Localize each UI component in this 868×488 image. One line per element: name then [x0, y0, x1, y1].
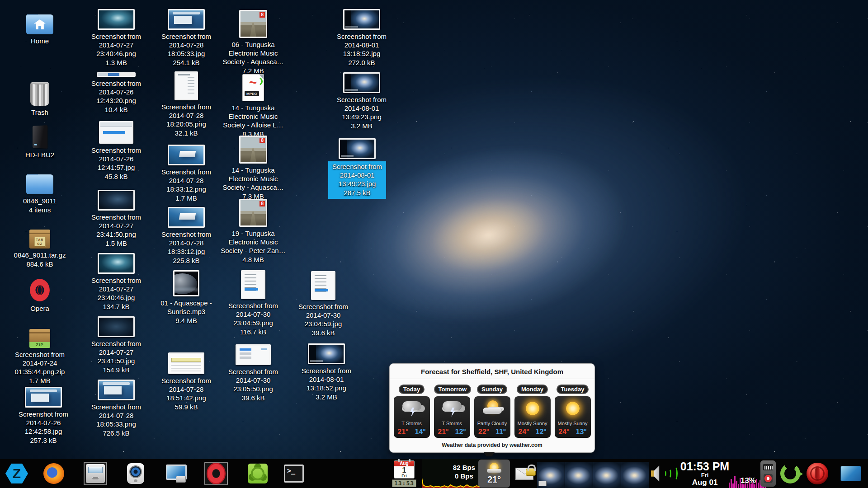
high-temp: 22° [478, 428, 489, 436]
icon-label: 14 - Tunguska Electronic Music Society -… [223, 103, 283, 129]
icon-size: 39.6 kB [298, 328, 348, 337]
icon-text: Screenshot from 2014-07-30 23:04:59.jpg3… [298, 302, 348, 337]
day-card: Partly Cloudy22°11° [474, 396, 510, 438]
desktop-icon-ss-2014-08-01-131852-jpg[interactable]: Screenshot from 2014-08-01 13:18:52.jpg2… [326, 9, 398, 67]
icon-text: Screenshot from 2014-07-28 18:33:12.jpg2… [161, 230, 211, 265]
desktop-icon-folder-0846-9011[interactable]: 0846_90114 items [4, 170, 76, 214]
desktop-icon-ss-2014-07-26-124258-jpg[interactable]: Screenshot from 2014-07-26 12:42:58.jpg2… [7, 387, 80, 445]
high-temp: 21° [438, 428, 448, 436]
shutdown-button[interactable] [805, 459, 830, 488]
desktop-icon-ss-2014-07-30-230550-png[interactable]: Screenshot from 2014-07-30 23:05:50.png3… [217, 344, 289, 402]
system-tray [760, 460, 776, 487]
terminal-launcher[interactable]: >_ [282, 462, 306, 485]
calendar-applet[interactable]: Aug 1 Fri 13:53 [392, 459, 417, 488]
file-type-badge: TAR GZ [34, 237, 46, 247]
clock-applet[interactable]: 01:53 PM Fri Aug 01 [677, 459, 732, 488]
desktop-icon-aquascape-sunrise-mp3[interactable]: 01 - Aquascape - Sunrise.mp39.4 MB [150, 270, 222, 325]
desktop-icon-ss-2014-07-26-124320-png[interactable]: Screenshot from 2014-07-26 12:43:20.png1… [80, 72, 152, 114]
high-temp: 24° [558, 428, 569, 436]
day-label: Tomorrow [434, 385, 472, 394]
desktop-icon-ss-2014-07-27-234046-png[interactable]: Screenshot from 2014-07-27 23:40:46.png1… [80, 9, 152, 67]
icon-label: Screenshot from 2014-07-28 18:05:33.png [91, 403, 141, 428]
desktop-icon-ss-2014-07-28-182005-png[interactable]: Screenshot from 2014-07-28 18:20:05.png3… [150, 71, 222, 137]
show-desktop-button[interactable] [839, 459, 863, 488]
desktop-icon-ss-2014-07-27-234150-png[interactable]: Screenshot from 2014-07-27 23:41:50.png1… [80, 190, 152, 248]
workspace-4[interactable] [621, 462, 649, 488]
forecast-days: TodayT-Storms21°14°TomorrowT-Storms21°12… [390, 379, 594, 440]
desktop-icon-trash[interactable]: Trash [4, 82, 76, 117]
file-manager-launcher[interactable] [84, 462, 107, 485]
weather-forecast-popup: Forecast for Sheffield, SHF, United King… [389, 363, 595, 453]
desktop-icon-home[interactable]: Home [4, 10, 76, 45]
icon-label: Home [31, 37, 49, 45]
desktop-icon-ss-2014-07-28-183312-jpg[interactable]: Screenshot from 2014-07-28 18:33:12.jpg2… [150, 207, 222, 265]
desktop-icon-tunguska-19-peter-zan[interactable]: 819 - Tunguska Electronic Music Society … [217, 199, 289, 264]
icon-label: Screenshot from 2014-07-28 18:33:12.png [161, 168, 211, 193]
icon-size: 1.7 MB [15, 376, 65, 385]
file-type-badge: 8 [259, 201, 265, 206]
keyboard-indicator-icon[interactable] [763, 464, 773, 470]
desktop-icon-ss-2014-07-28-185142-png[interactable]: Screenshot from 2014-07-28 18:51:42.png5… [150, 352, 222, 411]
icon-text: Screenshot from 2014-07-27 23:40:46.png1… [91, 32, 141, 67]
ss-2014-08-01-134923-png-thumbnail [343, 72, 380, 93]
icon-text: HD-LBU2 [25, 150, 54, 159]
forecast-day-sunday[interactable]: SundayPartly Cloudy22°11° [474, 385, 510, 438]
ss-2014-07-26-124258-jpg-thumbnail [25, 387, 62, 408]
desktop-icon-ss-2014-08-01-131852-png[interactable]: Screenshot from 2014-08-01 13:18:52.png3… [290, 343, 363, 401]
ss-2014-07-27-234046-jpg-thumbnail [98, 253, 135, 274]
desktop-icon-ss-2014-08-01-134923-jpg[interactable]: Screenshot from 2014-08-01 13:49:23.jpg2… [321, 138, 393, 199]
network-monitor-applet[interactable]: 82 Bps 0 Bps [422, 459, 480, 488]
workspace-3[interactable] [593, 462, 621, 488]
weather-applet[interactable]: 21° [478, 460, 510, 488]
desktop-icon-zip-2014-07-24[interactable]: ZIPScreenshot from 2014-07-24 01:35:44.p… [4, 329, 76, 385]
partly-cloudy-icon [482, 399, 503, 418]
desktop-icon-ss-2014-07-26-124157-jpg[interactable]: Screenshot from 2014-07-26 12:41:57.jpg4… [80, 121, 152, 181]
desktop-icon-ss-2014-07-27-234046-jpg[interactable]: Screenshot from 2014-07-27 23:40:46.jpg1… [80, 253, 152, 311]
day-label: Sunday [477, 385, 507, 394]
workspace-switcher[interactable] [537, 462, 649, 488]
ss-2014-07-26-124320-png-thumbnail [97, 72, 136, 77]
workspace-2[interactable] [565, 462, 593, 488]
icon-text: 14 - Tunguska Electronic Music Society -… [223, 103, 283, 138]
ss-2014-07-28-183312-png-thumbnail [168, 145, 205, 165]
temps: 24°13° [558, 428, 586, 436]
opera-tray-icon[interactable] [764, 474, 773, 483]
desktop-icon-ss-2014-08-01-134923-png[interactable]: Screenshot from 2014-08-01 13:49:23.png3… [326, 72, 398, 130]
forecast-day-monday[interactable]: MondayMostly Sunny24°12° [514, 385, 551, 438]
desktop-icon-ss-2014-07-27-234150-jpg[interactable]: Screenshot from 2014-07-27 23:41:50.jpg1… [80, 316, 152, 374]
icon-label: Screenshot from 2014-07-27 23:40:46.png [91, 32, 141, 58]
zorin-menu-launcher[interactable]: Z [5, 462, 28, 485]
forecast-title: Forecast for Sheffield, SHF, United King… [390, 364, 594, 379]
logout-button[interactable] [778, 459, 803, 488]
desktop-icon-ss-2014-07-30-230459-png[interactable]: Screenshot from 2014-07-30 23:04:59.png1… [217, 270, 289, 336]
desktop-icon-tunguska-14-alloise[interactable]: MPEG~14 - Tunguska Electronic Music Soci… [217, 74, 289, 138]
media-player-launcher[interactable] [124, 462, 147, 485]
icon-label: Screenshot from 2014-08-01 13:49:23.png [337, 95, 387, 121]
desktop-icon-targz-0846-9011[interactable]: TAR GZ0846_9011.tar.gz884.6 kB [4, 230, 76, 268]
desktop-icon-hd-lbu2[interactable]: HD-LBU2 [4, 126, 76, 159]
clock-time: 01:53 PM [680, 461, 729, 472]
firefox-launcher[interactable] [42, 462, 66, 485]
desktop-icon-tunguska-14-aquascape[interactable]: 814 - Tunguska Electronic Music Society … [217, 136, 289, 201]
workspace-1[interactable] [537, 462, 565, 488]
forecast-day-today[interactable]: TodayT-Storms21°14° [394, 385, 430, 438]
condition-label: Mostly Sunny [517, 421, 547, 427]
desktop-icon-ss-2014-07-30-230459-jpg[interactable]: Screenshot from 2014-07-30 23:04:59.jpg3… [287, 271, 359, 337]
mostly-sunny-icon [522, 399, 543, 418]
file-type-badge: MPEG [245, 91, 259, 96]
hd-lbu2-thumbnail [33, 125, 47, 149]
keyring-mail-applet[interactable] [513, 459, 536, 488]
desktop-icon-tunguska-06-aquascape[interactable]: 806 - Tunguska Electronic Music Society … [217, 10, 289, 75]
desktop-icon-opera-launcher-desktop[interactable]: Opera [4, 278, 76, 313]
opera-browser-launcher[interactable] [204, 462, 228, 485]
screenshot-tool-launcher[interactable] [164, 462, 187, 485]
icon-text: 0846_90114 items [23, 197, 57, 214]
desktop-icon-ss-2014-07-28-183312-png[interactable]: Screenshot from 2014-07-28 18:33:12.png1… [150, 145, 222, 202]
forecast-day-tomorrow[interactable]: TomorrowT-Storms21°12° [434, 385, 470, 438]
desktop-icon-ss-2014-07-28-180533-jpg[interactable]: Screenshot from 2014-07-28 18:05:33.jpg2… [150, 9, 222, 67]
desktop-icon-ss-2014-07-28-180533-png[interactable]: Screenshot from 2014-07-28 18:05:33.png7… [80, 380, 152, 437]
software-center-launcher[interactable] [246, 462, 269, 485]
volume-applet[interactable] [650, 459, 678, 488]
cpu-usage: 13% [741, 476, 756, 485]
forecast-day-tuesday[interactable]: TuesdayMostly Sunny24°13° [555, 385, 591, 438]
